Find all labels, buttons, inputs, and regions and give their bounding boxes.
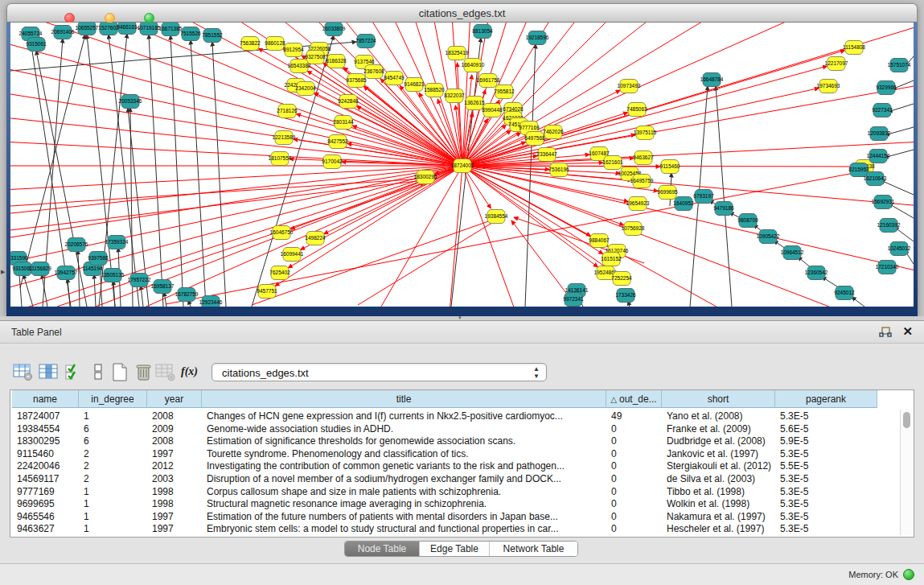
graph-node[interactable]: 13505135: [101, 269, 125, 282]
select-rows-icon[interactable]: [64, 362, 85, 382]
graph-node[interactable]: 12093832: [868, 127, 891, 141]
column-visibility-icon[interactable]: [39, 362, 60, 382]
graph-node[interactable]: 3912954: [283, 43, 304, 57]
scrollbar-thumb[interactable]: [903, 412, 910, 428]
graph-node[interactable]: 16543382: [288, 60, 311, 73]
graph-node[interactable]: 20206576: [65, 238, 88, 252]
delete-icon[interactable]: [133, 362, 154, 382]
graph-node[interactable]: 2342004: [295, 82, 316, 96]
graph-node[interactable]: 20053346: [119, 95, 142, 109]
graph-node[interactable]: 16958137: [151, 280, 175, 294]
graph-node[interactable]: 9227343: [872, 104, 893, 117]
table-row[interactable]: 1938455462009Genome-wide association stu…: [10, 422, 914, 435]
graph-node[interactable]: 7536196: [548, 163, 569, 177]
graph-node[interactable]: 9479186: [713, 202, 734, 216]
network-window-titlebar[interactable]: citations_edges.txt: [6, 3, 918, 23]
graph-node[interactable]: 17957222: [128, 274, 151, 287]
graph-node[interactable]: 16782759: [175, 288, 199, 302]
graph-node[interactable]: 19654923: [626, 197, 650, 211]
graph-node[interactable]: 1588520: [424, 84, 445, 97]
graph-node[interactable]: 16099441: [281, 248, 304, 262]
graph-node[interactable]: 18300295: [414, 171, 437, 184]
graph-node[interactable]: 17210340: [876, 261, 899, 274]
graph-node[interactable]: 1527602: [98, 23, 119, 35]
graph-node[interactable]: 1640952: [673, 197, 694, 211]
graph-node[interactable]: 9245012: [834, 286, 855, 300]
graph-node[interactable]: 7857224: [355, 35, 376, 48]
graph-node[interactable]: 9329966: [876, 81, 897, 95]
table-row[interactable]: 1456911722003Disruption of a novel membe…: [10, 472, 914, 485]
column-header-name[interactable]: name: [12, 390, 79, 408]
graph-node[interactable]: 7851552: [202, 29, 223, 43]
function-builder-icon[interactable]: f(x): [181, 362, 202, 382]
graph-node[interactable]: 13975115: [634, 126, 657, 140]
table-row[interactable]: 977716911998Corpus callosum shape and si…: [10, 485, 914, 498]
network-view-canvas[interactable]: 7563822986012839129541222605893275088186…: [10, 23, 914, 307]
vertical-scrollbar[interactable]: [900, 410, 912, 535]
graph-node[interactable]: 9457751: [257, 285, 277, 299]
graph-node[interactable]: 9972341: [563, 293, 584, 307]
graph-node[interactable]: 19384554: [485, 210, 508, 224]
graph-node[interactable]: 2367608: [363, 65, 384, 79]
graph-node[interactable]: 12444154: [867, 150, 890, 163]
graph-node[interactable]: 16640910: [462, 59, 485, 72]
graph-node[interactable]: 11154808: [843, 41, 865, 55]
memory-ok-indicator[interactable]: [903, 569, 914, 580]
graph-node[interactable]: 1498224: [305, 232, 326, 245]
graph-node[interactable]: 9808709: [737, 214, 758, 228]
graph-node[interactable]: 6793197: [693, 190, 714, 204]
tab-network-table[interactable]: Network Table: [490, 542, 577, 557]
graph-node[interactable]: 12160392: [877, 219, 901, 233]
graph-node[interactable]: 9884067: [589, 234, 610, 248]
graph-node[interactable]: 10973493: [618, 80, 641, 93]
graph-node[interactable]: 7515526: [180, 27, 201, 41]
graph-node[interactable]: 10756928: [622, 222, 645, 236]
graph-node[interactable]: 10719185: [138, 23, 161, 35]
graph-node[interactable]: 16671385: [159, 23, 183, 36]
graph-node[interactable]: 6497568: [524, 132, 545, 146]
table-row[interactable]: 946362711997Embryonic stem cells: a mode…: [10, 522, 914, 535]
graph-node[interactable]: 15692931: [872, 196, 895, 209]
column-header-in_degree[interactable]: in_degree: [79, 390, 147, 408]
graph-node[interactable]: 8990448: [482, 104, 503, 117]
graph-node[interactable]: 9699695: [657, 186, 678, 200]
table-row[interactable]: 969969511998Structural magnetic resonanc…: [10, 497, 914, 510]
graph-node[interactable]: 12923446: [199, 296, 223, 307]
graph-node[interactable]: 12217097: [825, 57, 848, 71]
graph-node[interactable]: 9170042: [322, 155, 343, 169]
graph-node[interactable]: 1621601: [602, 156, 623, 170]
new-table-icon[interactable]: [109, 362, 130, 382]
graph-node[interactable]: 7252254: [611, 272, 632, 286]
graph-node[interactable]: 9375685: [346, 74, 367, 88]
graph-node[interactable]: 18325419: [446, 47, 469, 60]
graph-node[interactable]: 16961758: [477, 74, 500, 88]
tab-edge-table[interactable]: Edge Table: [420, 542, 490, 557]
graph-node[interactable]: 7563822: [240, 37, 261, 51]
graph-node[interactable]: 16495759: [630, 175, 654, 188]
graph-node[interactable]: 7485063: [626, 103, 647, 117]
graph-node[interactable]: 1615152: [601, 253, 622, 266]
panel-collapse-arrow-icon[interactable]: ▶: [1, 269, 5, 275]
graph-node[interactable]: 16046750: [270, 226, 294, 240]
graph-node[interactable]: 9146821: [404, 78, 425, 92]
graph-node[interactable]: 8454749: [384, 72, 405, 85]
close-icon[interactable]: ✕: [902, 325, 913, 338]
graph-node[interactable]: 11156829: [29, 262, 51, 276]
delete-table-icon[interactable]: [155, 362, 176, 382]
table-row[interactable]: 2242004622012Investigating the contribut…: [10, 459, 914, 472]
graph-node[interactable]: 15751074: [888, 59, 911, 72]
graph-node[interactable]: 19734693: [817, 80, 840, 93]
graph-node[interactable]: 12360542: [805, 266, 828, 280]
column-header-out_de[interactable]: △out_de...: [606, 390, 662, 408]
graph-node[interactable]: 7625402: [269, 266, 290, 280]
graph-node[interactable]: 9397588: [88, 252, 109, 266]
graph-node[interactable]: 17359324: [105, 236, 129, 249]
table-row[interactable]: 946554611997Estimation of the future num…: [10, 510, 914, 523]
graph-node[interactable]: 2803144: [333, 116, 354, 130]
float-window-icon[interactable]: [879, 327, 892, 338]
graph-node[interactable]: 2718126: [277, 105, 298, 118]
graph-node[interactable]: 9466161: [117, 23, 138, 35]
table-row[interactable]: 1830029562008Estimation of significance …: [10, 435, 914, 447]
graph-node[interactable]: 16033809: [322, 23, 346, 36]
graph-node[interactable]: 20691406: [51, 26, 75, 39]
